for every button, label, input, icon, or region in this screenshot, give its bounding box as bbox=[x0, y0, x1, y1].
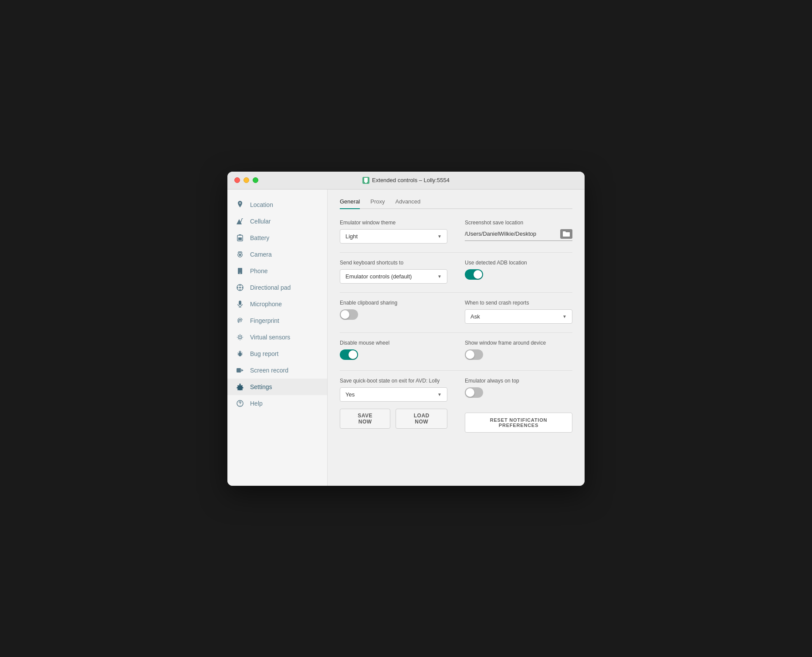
record-icon bbox=[236, 366, 244, 374]
app-window: Extended controls – Lolly:5554 Location bbox=[227, 172, 585, 486]
window-title: Extended controls – Lolly:5554 bbox=[362, 177, 450, 184]
help-icon bbox=[236, 400, 244, 407]
svg-line-19 bbox=[237, 353, 238, 353]
mousewheel-section: Disable mouse wheel bbox=[340, 340, 447, 362]
sidebar-item-help[interactable]: Help bbox=[227, 395, 327, 412]
tab-advanced[interactable]: Advanced bbox=[395, 198, 420, 208]
windowframe-label: Show window frame around device bbox=[465, 340, 572, 346]
sidebar-label-settings: Settings bbox=[250, 383, 272, 390]
theme-dropdown-arrow: ▼ bbox=[437, 234, 442, 239]
tabs-bar: General Proxy Advanced bbox=[340, 198, 572, 209]
screenshot-path-value: /Users/DanielWilkie/Desktop bbox=[465, 230, 557, 237]
windowframe-toggle[interactable] bbox=[465, 349, 483, 360]
clipboard-section: Enable clipboard sharing bbox=[340, 300, 447, 324]
windowframe-section: Show window frame around device bbox=[465, 340, 572, 362]
svg-point-9 bbox=[239, 287, 241, 288]
camera-icon bbox=[236, 251, 244, 258]
sidebar-item-settings[interactable]: Settings bbox=[227, 379, 327, 395]
sidebar-label-cellular: Cellular bbox=[250, 218, 271, 225]
keyboard-dropdown-arrow: ▼ bbox=[437, 274, 442, 279]
theme-label: Emulator window theme bbox=[340, 220, 447, 226]
dpad-icon bbox=[236, 284, 244, 291]
keyboard-section: Send keyboard shortcuts to Emulator cont… bbox=[340, 260, 447, 284]
sidebar-item-camera[interactable]: Camera bbox=[227, 246, 327, 263]
svg-rect-23 bbox=[237, 368, 241, 373]
cellular-icon bbox=[236, 217, 244, 225]
sidebar-item-battery[interactable]: Battery bbox=[227, 230, 327, 246]
crash-label: When to send crash reports bbox=[465, 300, 572, 306]
svg-rect-4 bbox=[239, 234, 241, 235]
adb-section: Use detected ADB location bbox=[465, 260, 572, 284]
mousewheel-label: Disable mouse wheel bbox=[340, 340, 447, 346]
theme-section: Emulator window theme Light ▼ bbox=[340, 220, 447, 244]
titlebar: Extended controls – Lolly:5554 bbox=[227, 172, 585, 190]
folder-button[interactable] bbox=[560, 229, 572, 239]
battery-icon bbox=[236, 234, 244, 242]
crash-section: When to send crash reports Ask ▼ bbox=[465, 300, 572, 324]
svg-point-26 bbox=[240, 405, 240, 406]
app-icon bbox=[362, 177, 369, 184]
sidebar-label-battery: Battery bbox=[250, 234, 269, 241]
svg-point-17 bbox=[239, 336, 241, 339]
sidebar-label-phone: Phone bbox=[250, 268, 267, 274]
sidebar-item-fingerprint[interactable]: Fingerprint bbox=[227, 312, 327, 329]
theme-value: Light bbox=[345, 233, 358, 240]
main-content: Location Cellular bbox=[227, 190, 585, 486]
quickboot-value: Yes bbox=[345, 391, 355, 398]
theme-dropdown[interactable]: Light ▼ bbox=[340, 229, 447, 244]
sidebar-item-screenrecord[interactable]: Screen record bbox=[227, 362, 327, 379]
adb-label: Use detected ADB location bbox=[465, 260, 572, 266]
svg-point-7 bbox=[239, 254, 241, 256]
screenshot-section: Screenshot save location /Users/DanielWi… bbox=[465, 220, 572, 244]
phone-icon bbox=[236, 267, 244, 275]
svg-line-20 bbox=[242, 353, 243, 353]
screenshot-label: Screenshot save location bbox=[465, 220, 572, 226]
traffic-lights bbox=[234, 177, 258, 183]
gear-icon bbox=[236, 383, 244, 391]
keyboard-dropdown[interactable]: Emulator controls (default) ▼ bbox=[340, 269, 447, 284]
sidebar-label-microphone: Microphone bbox=[250, 301, 282, 308]
sidebar-label-sensors: Virtual sensors bbox=[250, 334, 290, 341]
tab-proxy[interactable]: Proxy bbox=[370, 198, 385, 208]
maximize-button[interactable] bbox=[253, 177, 258, 183]
tab-general[interactable]: General bbox=[340, 198, 360, 209]
alwaysontop-label: Emulator always on top bbox=[465, 378, 572, 384]
mousewheel-toggle[interactable] bbox=[340, 349, 358, 360]
save-now-button[interactable]: SAVE NOW bbox=[340, 409, 390, 429]
svg-rect-1 bbox=[365, 182, 367, 183]
clipboard-toggle[interactable] bbox=[340, 309, 358, 320]
quickboot-dropdown[interactable]: Yes ▼ bbox=[340, 387, 447, 402]
alwaysontop-section: Emulator always on top RESET NOTIFICATIO… bbox=[465, 378, 572, 433]
crash-dropdown-arrow: ▼ bbox=[562, 314, 567, 319]
sidebar-label-bugreport: Bug report bbox=[250, 350, 278, 357]
sidebar-item-phone[interactable]: Phone bbox=[227, 263, 327, 279]
crash-dropdown[interactable]: Ask ▼ bbox=[465, 309, 572, 324]
sidebar-item-cellular[interactable]: Cellular bbox=[227, 213, 327, 230]
svg-point-18 bbox=[238, 352, 242, 356]
minimize-button[interactable] bbox=[244, 177, 249, 183]
keyboard-label: Send keyboard shortcuts to bbox=[340, 260, 447, 266]
adb-toggle[interactable] bbox=[465, 269, 483, 280]
sidebar-item-sensors[interactable]: Virtual sensors bbox=[227, 329, 327, 345]
crash-value: Ask bbox=[470, 313, 480, 320]
sidebar-item-microphone[interactable]: Microphone bbox=[227, 296, 327, 312]
sidebar-item-location[interactable]: Location bbox=[227, 196, 327, 213]
sidebar-label-screenrecord: Screen record bbox=[250, 367, 288, 374]
svg-rect-5 bbox=[238, 237, 242, 240]
sensors-icon bbox=[236, 333, 244, 341]
svg-rect-14 bbox=[239, 301, 241, 305]
sidebar-label-fingerprint: Fingerprint bbox=[250, 317, 279, 324]
sidebar-item-dpad[interactable]: Directional pad bbox=[227, 279, 327, 296]
load-now-button[interactable]: LOAD NOW bbox=[396, 409, 447, 429]
bug-icon bbox=[236, 350, 244, 358]
sidebar-item-bugreport[interactable]: Bug report bbox=[227, 345, 327, 362]
keyboard-value: Emulator controls (default) bbox=[345, 273, 412, 280]
sidebar-label-help: Help bbox=[250, 400, 263, 407]
svg-marker-24 bbox=[241, 369, 244, 372]
alwaysontop-toggle[interactable] bbox=[465, 387, 483, 398]
close-button[interactable] bbox=[234, 177, 240, 183]
reset-notification-button[interactable]: RESET NOTIFICATION PREFERENCES bbox=[465, 413, 572, 433]
sidebar-label-camera: Camera bbox=[250, 251, 272, 258]
quickboot-dropdown-arrow: ▼ bbox=[437, 392, 442, 397]
sidebar-label-location: Location bbox=[250, 201, 273, 208]
